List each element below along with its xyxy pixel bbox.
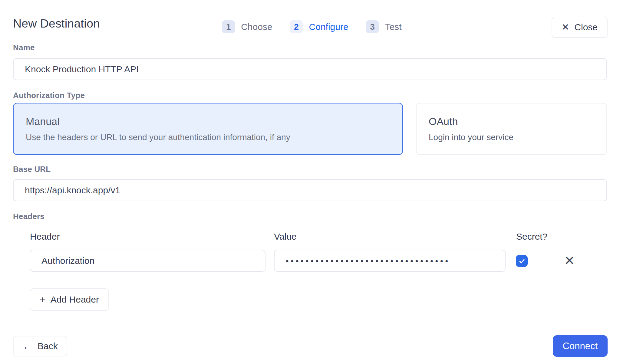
step-test-label: Test (385, 22, 402, 32)
step-test-number-badge: 3 (366, 20, 379, 33)
header-name-input[interactable] (30, 250, 265, 272)
step-choose-number-badge: 1 (222, 20, 235, 33)
step-configure-label: Configure (309, 22, 348, 32)
authorization-type-label: Authorization Type (13, 91, 85, 100)
step-configure[interactable]: 2 Configure (290, 20, 348, 33)
add-header-button-label: Add Header (51, 294, 99, 305)
auth-option-manual[interactable]: Manual Use the headers or URL to send yo… (13, 103, 403, 155)
add-header-button[interactable]: + Add Header (30, 288, 109, 311)
header-value-input[interactable] (274, 250, 506, 272)
column-header-value: Value (274, 231, 297, 242)
step-choose[interactable]: 1 Choose (222, 20, 272, 33)
auth-option-oauth-description: Login into your service (429, 133, 594, 142)
auth-option-oauth[interactable]: OAuth Login into your service (416, 103, 607, 155)
step-choose-label: Choose (241, 22, 272, 32)
plus-icon: + (40, 294, 46, 305)
name-input[interactable] (13, 58, 607, 80)
column-header-secret: Secret? (516, 231, 547, 242)
secret-checkbox[interactable] (516, 255, 528, 267)
close-button-label: Close (574, 22, 598, 32)
auth-option-manual-title: Manual (26, 116, 390, 127)
remove-header-button[interactable]: ✕ (562, 254, 576, 267)
back-button[interactable]: ← Back (13, 336, 67, 356)
page-title: New Destination (13, 17, 100, 30)
column-header-header: Header (30, 231, 60, 242)
remove-header-icon: ✕ (564, 253, 575, 268)
auth-option-manual-description: Use the headers or URL to send your auth… (26, 133, 390, 142)
connect-button[interactable]: Connect (553, 335, 608, 357)
headers-section-label: Headers (13, 212, 45, 221)
arrow-left-icon: ← (22, 341, 32, 351)
stepper: 1 Choose 2 Configure 3 Test (222, 20, 402, 33)
base-url-label: Base URL (13, 165, 51, 174)
step-test[interactable]: 3 Test (366, 20, 402, 33)
step-configure-number-badge: 2 (290, 20, 303, 33)
base-url-input[interactable] (13, 179, 607, 201)
name-label: Name (13, 43, 35, 52)
back-button-label: Back (38, 341, 58, 351)
auth-option-oauth-title: OAuth (429, 116, 594, 127)
close-button[interactable]: ✕ Close (552, 17, 608, 38)
close-icon: ✕ (562, 23, 569, 32)
checkmark-icon (518, 257, 526, 265)
